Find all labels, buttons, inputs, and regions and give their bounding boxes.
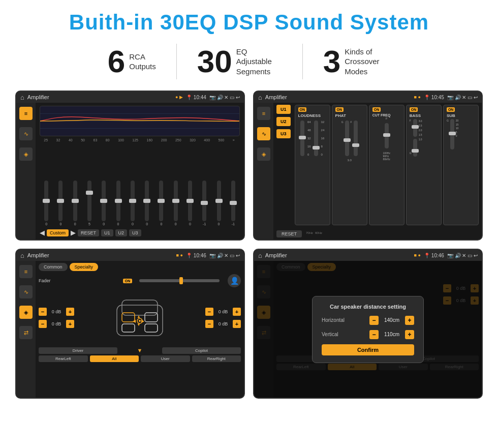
eq-handle-11[interactable] — [201, 201, 208, 205]
eq-handle-8[interactable] — [158, 199, 165, 203]
phat-handle-2[interactable] — [352, 143, 359, 147]
left-bottom-minus-btn[interactable]: − — [39, 320, 47, 328]
copilot-btn[interactable]: Copilot — [162, 347, 241, 354]
eq-handle-7[interactable] — [143, 199, 150, 203]
fader-horiz-slider[interactable] — [139, 279, 220, 282]
fader-horiz-handle[interactable] — [179, 277, 183, 284]
left-bottom-plus-btn[interactable]: + — [66, 320, 74, 328]
bass-slider-2[interactable] — [413, 139, 417, 157]
vertical-minus-btn[interactable]: − — [369, 330, 379, 339]
u1-btn[interactable]: U1 — [101, 229, 113, 236]
eq-handle-2[interactable] — [72, 199, 79, 203]
u1-crossover-btn[interactable]: U1 — [276, 105, 291, 114]
reset-btn[interactable]: RESET — [78, 229, 99, 236]
rearleft-btn[interactable]: RearLeft — [39, 355, 88, 362]
screens-grid: ⌂ Amplifier ● ▶ 📍 10:44 📷 🔊 ✕ ▭ ↩ ≡ ∿ ◈ — [15, 91, 483, 399]
all-btn[interactable]: All — [90, 355, 139, 362]
eq-handle-9[interactable] — [172, 199, 179, 203]
speaker2-btn[interactable]: ◈ — [257, 147, 270, 161]
eq-handle-4[interactable] — [100, 199, 107, 203]
tab-common[interactable]: Common — [39, 263, 68, 271]
eq-slider-10: 0 — [183, 181, 197, 226]
u2-btn[interactable]: U2 — [115, 229, 128, 236]
fader-main-area: Common Specialty Fader ON 👤 — [36, 261, 244, 398]
confirm-button[interactable]: Confirm — [322, 344, 414, 355]
person-icon-btn[interactable]: 👤 — [228, 274, 241, 287]
crossover-reset-btn[interactable]: RESET — [276, 230, 302, 237]
eq-handle-10[interactable] — [186, 199, 194, 203]
phat-slider[interactable] — [345, 121, 349, 156]
waveform2-btn[interactable]: ∿ — [257, 127, 270, 140]
driver-btn[interactable]: Driver — [39, 347, 117, 354]
screen-eq: ⌂ Amplifier ● ▶ 📍 10:44 📷 🔊 ✕ ▭ ↩ ≡ ∿ ◈ — [15, 91, 245, 241]
cutfreq-handle[interactable] — [383, 133, 390, 137]
screen2-sidebar: ≡ ∿ ◈ — [254, 103, 273, 240]
horizontal-minus-btn[interactable]: − — [369, 316, 379, 325]
rearright-btn[interactable]: RearRight — [192, 355, 241, 362]
eq2-icon-btn[interactable]: ≡ — [257, 107, 270, 120]
home-icon-4[interactable]: ⌂ — [258, 252, 262, 259]
ch-phat-name: PHAT — [335, 113, 364, 118]
eq-handle-5[interactable] — [115, 199, 122, 203]
speaker-left-controls: − 0 dB + − 0 dB + — [39, 308, 74, 328]
eq-handle-13[interactable] — [230, 201, 237, 205]
home-icon-1[interactable]: ⌂ — [20, 94, 24, 101]
sub-slider[interactable] — [450, 119, 454, 150]
loudness-slider-2[interactable] — [314, 121, 318, 156]
u2-crossover-btn[interactable]: U2 — [276, 117, 291, 126]
left-top-plus-btn[interactable]: + — [66, 308, 74, 316]
loudness-slider-1[interactable] — [300, 121, 304, 156]
custom-btn[interactable]: Custom — [47, 229, 69, 236]
ch-sub-header: ON — [447, 107, 475, 112]
u3-crossover-btn[interactable]: U3 — [276, 129, 291, 138]
eq-handle-6[interactable] — [129, 199, 136, 203]
ch-sub-on[interactable]: ON — [447, 107, 455, 112]
fader-label: Fader — [39, 278, 119, 283]
ch-cutfreq-on[interactable]: ON — [372, 107, 381, 112]
eq-icon-btn[interactable]: ≡ — [19, 107, 33, 120]
phat-slider-2[interactable] — [354, 121, 358, 156]
horizontal-plus-btn[interactable]: + — [405, 316, 414, 325]
bass-handle-2[interactable] — [412, 149, 419, 153]
bass-slider-1[interactable] — [413, 119, 417, 137]
u3-btn[interactable]: U3 — [129, 229, 141, 236]
bass-handle-1[interactable] — [412, 125, 419, 129]
arrows3-btn[interactable]: ⇄ — [19, 326, 33, 339]
sub-handle[interactable] — [449, 132, 456, 135]
waveform-btn[interactable]: ∿ — [19, 127, 33, 140]
ch-phat-sliders: G F — [335, 118, 364, 159]
left-top-minus-btn[interactable]: − — [39, 308, 47, 316]
ch-phat-on[interactable]: ON — [335, 107, 344, 112]
ch-loudness-on[interactable]: ON — [298, 107, 307, 112]
eq-handle-1[interactable] — [57, 199, 64, 203]
user-btn[interactable]: User — [141, 355, 190, 362]
status-time-4: 📍 10:46 — [424, 253, 444, 258]
home-icon-3[interactable]: ⌂ — [20, 252, 24, 259]
loudness-handle-1[interactable] — [299, 136, 306, 139]
fader-on-badge[interactable]: ON — [123, 279, 133, 283]
speaker-btn[interactable]: ◈ — [19, 147, 33, 161]
loudness-handle-2[interactable] — [313, 146, 320, 150]
svg-rect-7 — [122, 324, 135, 332]
svg-text:▲: ▲ — [137, 314, 141, 319]
eq-handle-3[interactable] — [86, 191, 93, 195]
eq3-icon-btn[interactable]: ≡ — [19, 265, 33, 278]
ch-bass-on[interactable]: ON — [410, 107, 418, 112]
tab-specialty[interactable]: Specialty — [70, 263, 99, 271]
right-bottom-minus-btn[interactable]: − — [205, 320, 213, 328]
speaker-bottom-bar: Driver ▼ Copilot — [39, 347, 241, 354]
play-icon[interactable]: ▶ — [71, 229, 76, 236]
eq-handle-12[interactable] — [215, 199, 223, 203]
eq-handle-0[interactable] — [43, 199, 50, 203]
cutfreq-slider[interactable] — [385, 123, 389, 148]
phat-handle[interactable] — [344, 138, 351, 142]
right-bottom-plus-btn[interactable]: + — [233, 320, 241, 328]
waveform3-btn[interactable]: ∿ — [19, 285, 33, 298]
prev-icon[interactable]: ◀ — [40, 229, 45, 236]
right-top-minus-btn[interactable]: − — [205, 308, 213, 316]
vertical-plus-btn[interactable]: + — [405, 330, 414, 339]
home-icon-2[interactable]: ⌂ — [258, 94, 262, 101]
speaker3-btn[interactable]: ◈ — [19, 306, 33, 319]
crossover-bottom: RESET 70Hz 60Hz — [276, 228, 479, 237]
right-top-plus-btn[interactable]: + — [233, 308, 241, 316]
